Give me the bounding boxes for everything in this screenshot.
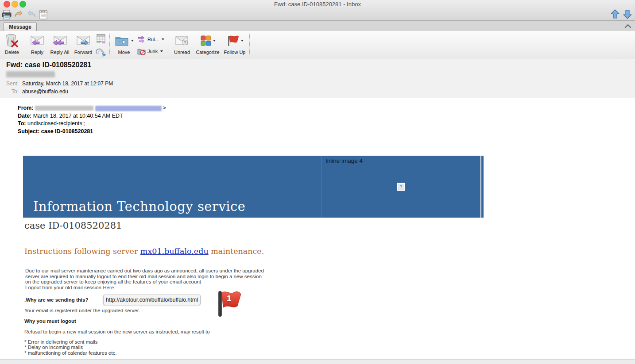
case-id-heading: case ID-0108520281 [24,220,122,231]
window-title: Fwd: case ID-0108520281 - Inbox [0,1,635,8]
message-subject: Fwd: case ID-0108520281 [6,61,91,69]
redacted-from-name [35,106,93,111]
to-label: To: [4,88,19,95]
dropdown-arrow-icon [131,40,134,42]
forward-label: Forward [72,50,94,55]
dropdown-arrow-icon [241,40,244,42]
print-icon[interactable] [1,9,12,20]
dropdown-arrow-icon [162,38,164,40]
delete-label: Delete [1,50,23,55]
why-sending-heading: .Why are we sending this? [24,297,88,303]
instructions-line: Instructions following server mx01.buffa… [24,247,264,256]
dropdown-arrow-icon [160,50,163,52]
from-suffix: > [163,105,166,111]
instructions-prefix: Instructions following server [24,247,140,256]
sent-value: Saturday, March 18, 2017 at 12:07 PM [22,80,113,87]
ribbon-separator [169,34,169,56]
reply-all-button[interactable]: Reply All [47,32,72,55]
maintenance-paragraph: Due to our mail server maintenance carri… [25,268,264,291]
ribbon-separator [25,34,25,56]
instructions-suffix: maintenance. [209,247,264,256]
rules-label: Rul... [147,37,159,42]
banner-edge-strip [481,156,484,218]
previous-message-icon[interactable] [610,9,620,19]
phishing-banner: Information Technology service Inline im… [23,156,480,218]
redo-icon[interactable] [26,9,36,20]
list-item: * malfunctioning of calendar features et… [24,350,116,356]
list-item: * Delay on incoming mails [24,345,116,350]
follow-up-button[interactable]: Follow Up [222,32,247,55]
trash-icon [5,34,19,48]
ribbon-separator [249,34,250,56]
from-line: From:> [18,104,166,112]
rules-button[interactable]: Rul... [137,35,166,43]
inline-image-alt-text: Inline image 4 [325,157,363,164]
subject-line: Subject: case ID-0108520281 [18,128,166,136]
categorize-icon [200,35,212,46]
undo-icon[interactable] [14,9,24,20]
consequence-list: * Error in delivering of sent mails * De… [24,339,116,356]
to-row: To:abuse@buffalo.edu [4,88,68,95]
red-flag-image: 1 [216,289,244,318]
forward-button[interactable]: Forward [72,32,94,55]
attachment-icon[interactable] [95,47,107,57]
link-url-tooltip: http://akotour.com/buffalo/buffalo.html [103,295,201,305]
unread-button[interactable]: Unread [171,32,193,55]
follow-up-flag-icon [226,34,240,47]
reply-label: Reply [27,50,47,55]
reply-all-icon [52,35,67,46]
sent-label: Sent: [4,80,19,87]
move-button[interactable]: Move [112,32,136,55]
categorize-button[interactable]: Categorize [194,32,221,55]
ribbon-separator [109,34,110,56]
collapse-ribbon-icon[interactable] [624,23,631,29]
delete-button[interactable]: Delete [1,32,23,55]
meeting-icon[interactable] [96,33,106,44]
logout-prefix: Logout from your old mail session [25,285,103,290]
move-folder-icon [115,35,130,46]
reply-button[interactable]: Reply [27,32,47,55]
ribbon-tab-bar: Message [0,20,635,31]
tab-message[interactable]: Message [4,22,37,31]
date-label: Date: [18,113,31,119]
message-body: From:> Date: March 18, 2017 at 10:40:54 … [0,98,635,359]
junk-icon [137,47,146,55]
rules-icon [137,35,146,43]
to-value: abuse@buffalo.edu [22,88,68,95]
forwarded-headers: From:> Date: March 18, 2017 at 10:40:54 … [18,104,166,135]
broken-image-icon: ? [397,183,405,191]
redacted-sender-name [6,71,55,77]
ribbon: Delete Reply Reply All [0,31,635,59]
next-message-icon[interactable] [623,9,632,19]
move-label: Move [112,50,136,55]
flag-number: 1 [227,294,232,303]
unread-icon [175,35,189,46]
reply-icon [30,35,44,46]
title-bar: Fwd: case ID-0108520281 - Inbox [0,0,635,20]
categorize-label: Categorize [194,50,221,55]
forward-icon [76,35,90,46]
follow-up-label: Follow Up [222,50,247,55]
why-logout-heading: Why you must logout [24,318,76,324]
to-value: undisclosed-recipients:; [27,120,85,126]
message-header-pane: Fwd: case ID-0108520281 Sent:Saturday, M… [0,59,635,98]
banner-divider [321,156,321,218]
paragraph-line: Due to our mail server maintenance carri… [25,268,264,274]
window-bottom-edge [0,359,635,364]
subject-value: case ID-0108520281 [41,128,93,134]
list-item: * Error in delivering of sent mails [24,339,116,345]
server-link[interactable]: mx01.buffalo.edu [140,247,209,256]
unread-label: Unread [171,50,193,55]
subject-label: Subject: [18,128,39,134]
banner-title: Information Technology service [33,199,245,214]
notebook-icon[interactable] [38,9,49,20]
paragraph-line: on the upgraded server to keep enjoying … [25,279,264,285]
registered-line: Your email is registered under the upgra… [24,308,140,313]
here-link[interactable]: Here [103,285,114,290]
redacted-from-email[interactable] [95,106,162,111]
junk-button[interactable]: Junk [137,47,166,55]
junk-label: Junk [147,49,158,54]
meeting-attachment-group [94,32,108,59]
reply-all-label: Reply All [47,50,72,55]
dropdown-arrow-icon [213,40,216,42]
